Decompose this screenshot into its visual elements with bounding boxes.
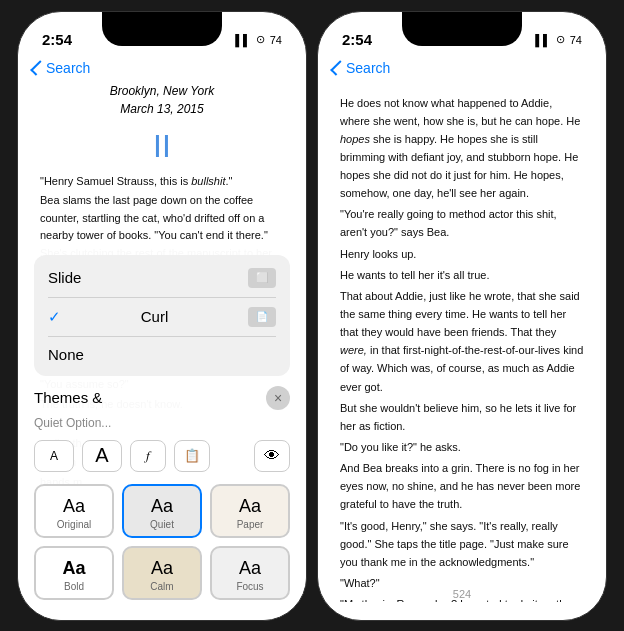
book-content-right: He does not know what happened to Addie,… — [318, 82, 606, 602]
theme-original-name: Original — [44, 519, 104, 530]
chevron-left-icon — [30, 60, 46, 76]
notch-right — [402, 12, 522, 46]
transition-slide[interactable]: Slide ⬜ — [34, 259, 290, 297]
font-increase-button[interactable]: A — [82, 440, 122, 472]
theme-focus-aa: Aa — [220, 558, 280, 579]
theme-grid: Aa Original Aa Quiet Aa Paper Aa Bold — [34, 484, 290, 600]
theme-original-aa: Aa — [44, 496, 104, 517]
status-time-right: 2:54 — [342, 31, 372, 48]
theme-original[interactable]: Aa Original — [34, 484, 114, 538]
transition-curl[interactable]: ✓ Curl 📄 — [34, 298, 290, 336]
rp-2: "You're really going to method actor thi… — [340, 205, 584, 241]
theme-paper-aa: Aa — [220, 496, 280, 517]
wifi-icon: ⊙ — [256, 33, 265, 46]
chevron-left-icon-right — [330, 60, 346, 76]
theme-focus[interactable]: Aa Focus — [210, 546, 290, 600]
left-phone: 2:54 ▌▌ ⊙ 74 Search Brooklyn, New York M… — [17, 11, 307, 621]
back-label-right: Search — [346, 60, 390, 76]
curl-icon: 📄 — [248, 307, 276, 327]
slide-icon: ⬜ — [248, 268, 276, 288]
transition-none[interactable]: None — [34, 337, 290, 372]
eye-button[interactable]: 👁 — [254, 440, 290, 472]
slide-label: Slide — [48, 269, 81, 286]
close-icon: × — [274, 390, 282, 406]
theme-quiet-aa: Aa — [132, 496, 192, 517]
rp-3: Henry looks up. — [340, 245, 584, 263]
theme-calm-name: Calm — [132, 581, 192, 592]
font-style-button[interactable]: 📋 — [174, 440, 210, 472]
font-decrease-button[interactable]: A — [34, 440, 74, 472]
phones-container: 2:54 ▌▌ ⊙ 74 Search Brooklyn, New York M… — [17, 11, 607, 621]
rp-1: He does not know what happened to Addie,… — [340, 94, 584, 203]
wifi-icon-right: ⊙ — [556, 33, 565, 46]
signal-icon: ▌▌ — [235, 34, 251, 46]
battery-icon-right: 74 — [570, 34, 582, 46]
status-icons-left: ▌▌ ⊙ 74 — [235, 33, 282, 46]
book-location: Brooklyn, New York — [40, 82, 284, 100]
quiet-options-label: Quiet Option... — [34, 416, 290, 430]
status-icons-right: ▌▌ ⊙ 74 — [535, 33, 582, 46]
overlay-panel: Slide ⬜ ✓ Curl 📄 None Th — [18, 243, 306, 620]
font-controls: A A 𝑓 📋 👁 — [34, 440, 290, 472]
rp-8: And Bea breaks into a grin. There is no … — [340, 459, 584, 513]
book-header: Brooklyn, New York March 13, 2015 — [40, 82, 284, 118]
nav-bar-right: Search — [318, 56, 606, 82]
themes-header: Themes & × — [34, 386, 290, 410]
theme-paper-name: Paper — [220, 519, 280, 530]
chapter-number: II — [40, 128, 284, 165]
rp-7: "Do you like it?" he asks. — [340, 438, 584, 456]
rp-6: But she wouldn't believe him, so he lets… — [340, 399, 584, 435]
right-phone: 2:54 ▌▌ ⊙ 74 Search He does not know wha… — [317, 11, 607, 621]
book-date: March 13, 2015 — [40, 100, 284, 118]
back-button-left[interactable]: Search — [34, 60, 90, 76]
back-label-left: Search — [46, 60, 90, 76]
theme-paper[interactable]: Aa Paper — [210, 484, 290, 538]
themes-title: Themes & — [34, 389, 102, 406]
signal-icon-right: ▌▌ — [535, 34, 551, 46]
back-button-right[interactable]: Search — [334, 60, 390, 76]
status-time-left: 2:54 — [42, 31, 72, 48]
none-label: None — [48, 346, 84, 363]
theme-calm[interactable]: Aa Calm — [122, 546, 202, 600]
battery-icon: 74 — [270, 34, 282, 46]
theme-calm-aa: Aa — [132, 558, 192, 579]
theme-bold-aa: Aa — [44, 558, 104, 579]
rp-4: He wants to tell her it's all true. — [340, 266, 584, 284]
theme-focus-name: Focus — [220, 581, 280, 592]
rp-5: That about Addie, just like he wrote, th… — [340, 287, 584, 396]
theme-quiet[interactable]: Aa Quiet — [122, 484, 202, 538]
font-format-button[interactable]: 𝑓 — [130, 440, 166, 472]
notch — [102, 12, 222, 46]
rp-9: "It's good, Henry," she says. "It's real… — [340, 517, 584, 571]
transition-options: Slide ⬜ ✓ Curl 📄 None — [34, 255, 290, 376]
nav-bar-left: Search — [18, 56, 306, 82]
para-1: "Henry Samuel Strauss, this is bullshit.… — [40, 173, 284, 191]
page-number: 524 — [453, 588, 471, 600]
close-button[interactable]: × — [266, 386, 290, 410]
curl-label: Curl — [141, 308, 169, 325]
theme-bold[interactable]: Aa Bold — [34, 546, 114, 600]
theme-bold-name: Bold — [44, 581, 104, 592]
theme-quiet-name: Quiet — [132, 519, 192, 530]
check-icon: ✓ — [48, 308, 61, 326]
